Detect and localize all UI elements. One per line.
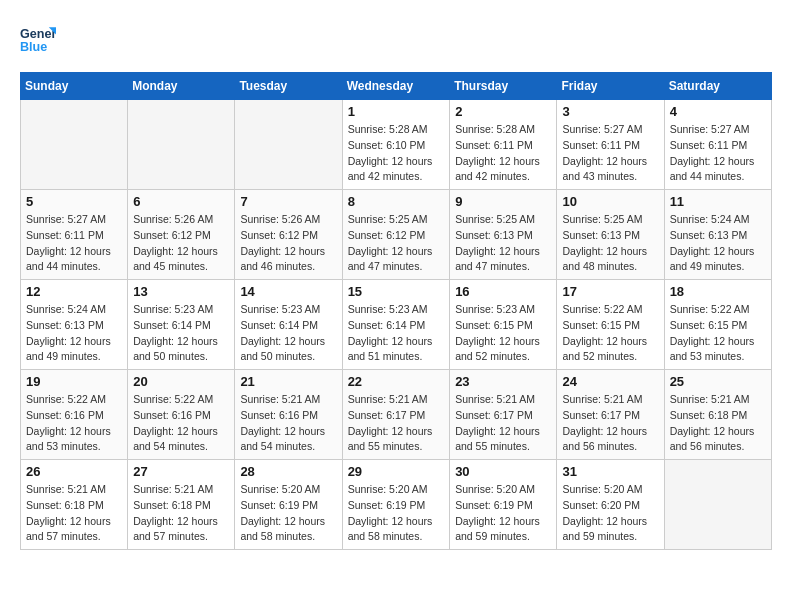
svg-text:Blue: Blue [20, 40, 47, 54]
day-info: Sunrise: 5:26 AMSunset: 6:12 PMDaylight:… [240, 212, 336, 275]
calendar-day-header: Wednesday [342, 73, 450, 100]
calendar-day-cell: 26Sunrise: 5:21 AMSunset: 6:18 PMDayligh… [21, 460, 128, 550]
day-number: 26 [26, 464, 122, 479]
calendar-day-cell: 23Sunrise: 5:21 AMSunset: 6:17 PMDayligh… [450, 370, 557, 460]
day-info: Sunrise: 5:26 AMSunset: 6:12 PMDaylight:… [133, 212, 229, 275]
day-number: 29 [348, 464, 445, 479]
calendar-day-header: Tuesday [235, 73, 342, 100]
day-info: Sunrise: 5:22 AMSunset: 6:15 PMDaylight:… [670, 302, 766, 365]
day-number: 8 [348, 194, 445, 209]
calendar-day-cell: 7Sunrise: 5:26 AMSunset: 6:12 PMDaylight… [235, 190, 342, 280]
day-info: Sunrise: 5:21 AMSunset: 6:18 PMDaylight:… [133, 482, 229, 545]
calendar-day-cell: 3Sunrise: 5:27 AMSunset: 6:11 PMDaylight… [557, 100, 664, 190]
day-info: Sunrise: 5:27 AMSunset: 6:11 PMDaylight:… [562, 122, 658, 185]
day-number: 22 [348, 374, 445, 389]
day-info: Sunrise: 5:22 AMSunset: 6:16 PMDaylight:… [133, 392, 229, 455]
calendar-day-cell: 6Sunrise: 5:26 AMSunset: 6:12 PMDaylight… [128, 190, 235, 280]
day-info: Sunrise: 5:22 AMSunset: 6:16 PMDaylight:… [26, 392, 122, 455]
day-number: 18 [670, 284, 766, 299]
day-info: Sunrise: 5:21 AMSunset: 6:16 PMDaylight:… [240, 392, 336, 455]
calendar-day-header: Monday [128, 73, 235, 100]
calendar-day-cell: 5Sunrise: 5:27 AMSunset: 6:11 PMDaylight… [21, 190, 128, 280]
calendar-day-cell: 27Sunrise: 5:21 AMSunset: 6:18 PMDayligh… [128, 460, 235, 550]
calendar-day-cell [235, 100, 342, 190]
calendar-day-cell: 9Sunrise: 5:25 AMSunset: 6:13 PMDaylight… [450, 190, 557, 280]
day-info: Sunrise: 5:20 AMSunset: 6:20 PMDaylight:… [562, 482, 658, 545]
day-info: Sunrise: 5:23 AMSunset: 6:15 PMDaylight:… [455, 302, 551, 365]
calendar-day-cell: 25Sunrise: 5:21 AMSunset: 6:18 PMDayligh… [664, 370, 771, 460]
calendar-day-cell: 21Sunrise: 5:21 AMSunset: 6:16 PMDayligh… [235, 370, 342, 460]
calendar-day-cell: 14Sunrise: 5:23 AMSunset: 6:14 PMDayligh… [235, 280, 342, 370]
day-number: 20 [133, 374, 229, 389]
calendar-day-cell: 28Sunrise: 5:20 AMSunset: 6:19 PMDayligh… [235, 460, 342, 550]
calendar-day-cell: 10Sunrise: 5:25 AMSunset: 6:13 PMDayligh… [557, 190, 664, 280]
day-number: 23 [455, 374, 551, 389]
day-number: 9 [455, 194, 551, 209]
calendar-day-cell: 15Sunrise: 5:23 AMSunset: 6:14 PMDayligh… [342, 280, 450, 370]
calendar-week-row: 5Sunrise: 5:27 AMSunset: 6:11 PMDaylight… [21, 190, 772, 280]
calendar-day-cell: 12Sunrise: 5:24 AMSunset: 6:13 PMDayligh… [21, 280, 128, 370]
calendar-day-cell: 4Sunrise: 5:27 AMSunset: 6:11 PMDaylight… [664, 100, 771, 190]
calendar-day-cell: 13Sunrise: 5:23 AMSunset: 6:14 PMDayligh… [128, 280, 235, 370]
day-number: 16 [455, 284, 551, 299]
calendar-day-header: Thursday [450, 73, 557, 100]
day-number: 13 [133, 284, 229, 299]
day-number: 11 [670, 194, 766, 209]
day-number: 28 [240, 464, 336, 479]
calendar-day-cell [128, 100, 235, 190]
day-info: Sunrise: 5:27 AMSunset: 6:11 PMDaylight:… [26, 212, 122, 275]
day-info: Sunrise: 5:21 AMSunset: 6:17 PMDaylight:… [562, 392, 658, 455]
day-info: Sunrise: 5:24 AMSunset: 6:13 PMDaylight:… [26, 302, 122, 365]
day-number: 24 [562, 374, 658, 389]
logo-icon: General Blue [20, 20, 56, 56]
calendar-day-cell: 11Sunrise: 5:24 AMSunset: 6:13 PMDayligh… [664, 190, 771, 280]
day-info: Sunrise: 5:28 AMSunset: 6:11 PMDaylight:… [455, 122, 551, 185]
calendar-day-cell: 19Sunrise: 5:22 AMSunset: 6:16 PMDayligh… [21, 370, 128, 460]
day-info: Sunrise: 5:20 AMSunset: 6:19 PMDaylight:… [240, 482, 336, 545]
calendar-day-cell: 22Sunrise: 5:21 AMSunset: 6:17 PMDayligh… [342, 370, 450, 460]
calendar-day-cell: 20Sunrise: 5:22 AMSunset: 6:16 PMDayligh… [128, 370, 235, 460]
day-number: 5 [26, 194, 122, 209]
day-info: Sunrise: 5:25 AMSunset: 6:12 PMDaylight:… [348, 212, 445, 275]
day-info: Sunrise: 5:21 AMSunset: 6:18 PMDaylight:… [670, 392, 766, 455]
calendar-day-cell: 1Sunrise: 5:28 AMSunset: 6:10 PMDaylight… [342, 100, 450, 190]
day-info: Sunrise: 5:27 AMSunset: 6:11 PMDaylight:… [670, 122, 766, 185]
day-info: Sunrise: 5:21 AMSunset: 6:18 PMDaylight:… [26, 482, 122, 545]
calendar-day-cell: 16Sunrise: 5:23 AMSunset: 6:15 PMDayligh… [450, 280, 557, 370]
calendar-day-cell: 18Sunrise: 5:22 AMSunset: 6:15 PMDayligh… [664, 280, 771, 370]
calendar-day-cell [21, 100, 128, 190]
calendar-day-header: Saturday [664, 73, 771, 100]
calendar-day-cell: 30Sunrise: 5:20 AMSunset: 6:19 PMDayligh… [450, 460, 557, 550]
calendar-header-row: SundayMondayTuesdayWednesdayThursdayFrid… [21, 73, 772, 100]
calendar-day-cell [664, 460, 771, 550]
day-number: 15 [348, 284, 445, 299]
calendar-week-row: 1Sunrise: 5:28 AMSunset: 6:10 PMDaylight… [21, 100, 772, 190]
day-info: Sunrise: 5:23 AMSunset: 6:14 PMDaylight:… [348, 302, 445, 365]
day-info: Sunrise: 5:21 AMSunset: 6:17 PMDaylight:… [455, 392, 551, 455]
day-info: Sunrise: 5:22 AMSunset: 6:15 PMDaylight:… [562, 302, 658, 365]
day-info: Sunrise: 5:21 AMSunset: 6:17 PMDaylight:… [348, 392, 445, 455]
day-number: 31 [562, 464, 658, 479]
calendar-day-cell: 31Sunrise: 5:20 AMSunset: 6:20 PMDayligh… [557, 460, 664, 550]
calendar-day-cell: 2Sunrise: 5:28 AMSunset: 6:11 PMDaylight… [450, 100, 557, 190]
day-info: Sunrise: 5:23 AMSunset: 6:14 PMDaylight:… [133, 302, 229, 365]
day-number: 19 [26, 374, 122, 389]
day-number: 17 [562, 284, 658, 299]
day-info: Sunrise: 5:24 AMSunset: 6:13 PMDaylight:… [670, 212, 766, 275]
day-number: 25 [670, 374, 766, 389]
day-number: 21 [240, 374, 336, 389]
day-info: Sunrise: 5:28 AMSunset: 6:10 PMDaylight:… [348, 122, 445, 185]
day-number: 14 [240, 284, 336, 299]
day-number: 27 [133, 464, 229, 479]
day-info: Sunrise: 5:23 AMSunset: 6:14 PMDaylight:… [240, 302, 336, 365]
page-header: General Blue [20, 20, 772, 56]
day-number: 1 [348, 104, 445, 119]
calendar-week-row: 26Sunrise: 5:21 AMSunset: 6:18 PMDayligh… [21, 460, 772, 550]
calendar-day-header: Friday [557, 73, 664, 100]
calendar-day-cell: 24Sunrise: 5:21 AMSunset: 6:17 PMDayligh… [557, 370, 664, 460]
day-number: 2 [455, 104, 551, 119]
calendar-day-cell: 29Sunrise: 5:20 AMSunset: 6:19 PMDayligh… [342, 460, 450, 550]
day-info: Sunrise: 5:25 AMSunset: 6:13 PMDaylight:… [455, 212, 551, 275]
day-number: 7 [240, 194, 336, 209]
calendar-day-cell: 8Sunrise: 5:25 AMSunset: 6:12 PMDaylight… [342, 190, 450, 280]
